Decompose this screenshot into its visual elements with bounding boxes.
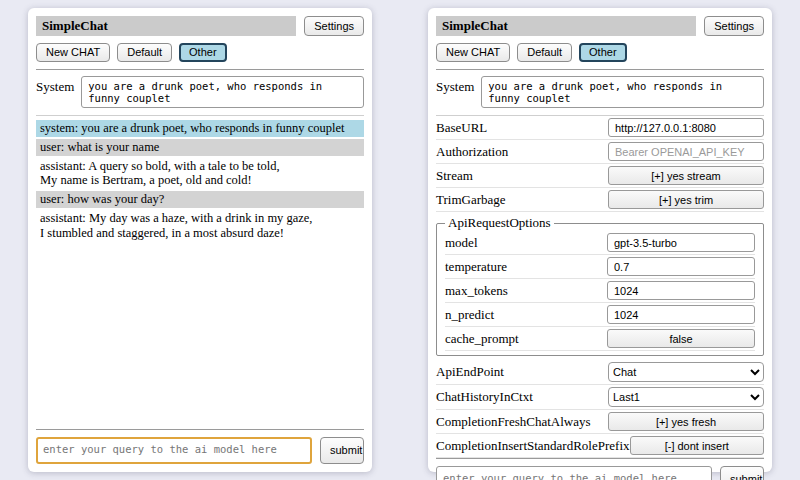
settings-header: SimpleChat Settings [436,16,764,36]
setting-row-model: model [445,231,755,255]
session-tab-default[interactable]: Default [517,43,572,62]
submit-button[interactable]: submit [320,437,364,464]
settings-button[interactable]: Settings [704,16,764,36]
setting-label: model [445,235,478,251]
system-prompt-input[interactable]: you are a drunk poet, who responds in fu… [81,76,364,108]
setting-label: CompletionInsertStandardRolePrefix [436,438,630,454]
setting-label: cache_prompt [445,331,519,347]
system-prompt-row: System you are a drunk poet, who respond… [436,76,764,116]
chathistoryinctxt-select[interactable]: Last1 [608,387,764,407]
app-title: SimpleChat [436,16,696,36]
chat-message-user: user: what is your name [36,139,364,156]
setting-row-completioninsertstandardroleprefix: CompletionInsertStandardRolePrefix [-] d… [436,434,764,458]
setting-row-chathistoryinctxt: ChatHistoryInCtxt Last1 [436,385,764,410]
trimgarbage-toggle-button[interactable]: [+] yes trim [608,190,764,209]
completionfreshchatalways-toggle-button[interactable]: [+] yes fresh [608,412,764,431]
query-input[interactable] [36,437,312,464]
setting-label: TrimGarbage [436,192,506,208]
n-predict-input[interactable] [607,305,755,324]
setting-row-max-tokens: max_tokens [445,279,755,303]
baseurl-input[interactable] [608,118,764,137]
query-input[interactable] [436,466,712,480]
system-prompt-input[interactable]: you are a drunk poet, who responds in fu… [481,76,764,108]
setting-row-trimgarbage: TrimGarbage [+] yes trim [436,188,764,212]
app-title: SimpleChat [36,16,296,36]
setting-row-n-predict: n_predict [445,303,755,327]
completioninsertstandardroleprefix-toggle-button[interactable]: [-] dont insert [630,436,764,455]
settings-button[interactable]: Settings [304,16,364,36]
session-tab-other[interactable]: Other [179,43,227,62]
setting-label: ChatHistoryInCtxt [436,389,533,405]
chat-message-assistant: assistant: A query so bold, with a tale … [36,158,364,190]
setting-label: CompletionFreshChatAlways [436,414,591,430]
divider [36,69,364,70]
max-tokens-input[interactable] [607,281,755,300]
setting-row-temperature: temperature [445,255,755,279]
submit-button[interactable]: submit [720,466,764,480]
chat-header: SimpleChat Settings [36,16,364,36]
setting-row-baseurl: BaseURL [436,116,764,140]
setting-label: Authorization [436,144,508,160]
system-prompt-row: System you are a drunk poet, who respond… [36,76,364,116]
temperature-input[interactable] [607,257,755,276]
session-tab-default[interactable]: Default [117,43,172,62]
divider [436,69,764,70]
cache-prompt-toggle-button[interactable]: false [607,329,755,348]
new-chat-button[interactable]: New CHAT [436,43,510,62]
chat-message-system: system: you are a drunk poet, who respon… [36,120,364,137]
chat-log: system: you are a drunk poet, who respon… [36,116,364,429]
setting-label: n_predict [445,307,494,323]
setting-label: max_tokens [445,283,508,299]
model-input[interactable] [607,233,755,252]
setting-label: BaseURL [436,120,487,136]
setting-row-apiendpoint: ApiEndPoint Chat [436,360,764,385]
setting-label: ApiEndPoint [436,364,504,380]
chat-message-user: user: how was your day? [36,191,364,208]
setting-label: temperature [445,259,507,275]
api-request-options-fieldset: ApiRequestOptions model temperature max_… [436,215,764,356]
chat-message-assistant: assistant: My day was a haze, with a dri… [36,210,364,242]
system-prompt-label: System [36,76,74,95]
session-toolbar: New CHAT Default Other [36,43,364,62]
chat-panel: SimpleChat Settings New CHAT Default Oth… [28,8,372,472]
settings-panel: SimpleChat Settings New CHAT Default Oth… [428,8,772,472]
setting-row-cache-prompt: cache_prompt false [445,327,755,351]
authorization-input[interactable] [608,142,764,161]
session-tab-other[interactable]: Other [579,43,627,62]
setting-row-authorization: Authorization [436,140,764,164]
session-toolbar: New CHAT Default Other [436,43,764,62]
settings-form: BaseURL Authorization Stream [+] yes str… [436,116,764,458]
setting-row-completionfreshchatalways: CompletionFreshChatAlways [+] yes fresh [436,410,764,434]
api-request-options-legend: ApiRequestOptions [445,215,554,231]
new-chat-button[interactable]: New CHAT [36,43,110,62]
setting-label: Stream [436,168,473,184]
stream-toggle-button[interactable]: [+] yes stream [608,166,764,185]
apiendpoint-select[interactable]: Chat [608,362,764,382]
setting-row-stream: Stream [+] yes stream [436,164,764,188]
page: SimpleChat Settings New CHAT Default Oth… [0,0,800,480]
system-prompt-label: System [436,76,474,95]
query-row: submit [36,429,364,464]
query-row: submit [436,458,764,480]
